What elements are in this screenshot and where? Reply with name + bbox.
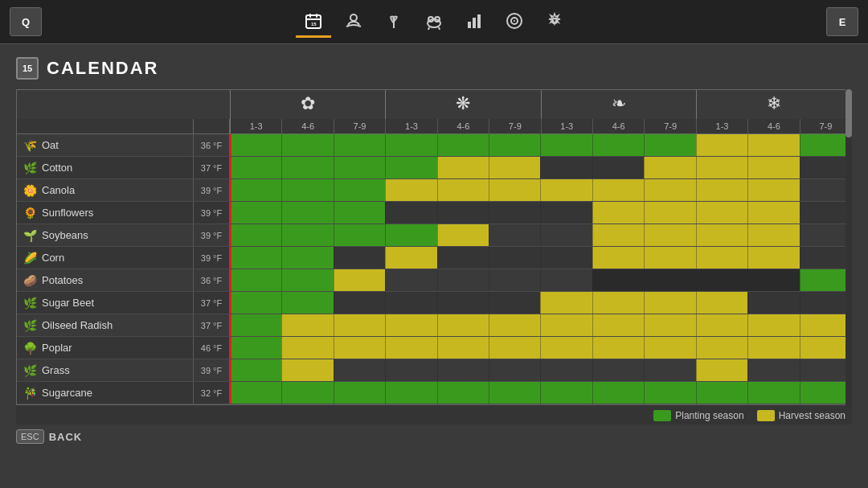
bar-seg-9-0 [230,337,281,359]
crop-row-corn: 🌽Corn39 °F [17,247,851,269]
bar-seg-4-1 [281,224,333,246]
crop-icon-2: 🌼 [23,184,37,197]
main-content: 15 CALENDAR ✿ ❋ ❧ [0,44,868,452]
crop-icon-3: 🌻 [23,207,37,219]
bar-seg-2-2 [334,179,385,201]
current-month-indicator [230,269,231,291]
current-month-indicator [230,202,231,223]
nav-weather-tab[interactable] [336,6,371,38]
bar-seg-6-6 [540,269,592,291]
nav-missions-tab[interactable] [497,6,532,38]
crop-bar-area-9 [230,337,851,359]
svg-rect-2 [316,14,317,18]
season-autumn: ❧ [541,90,696,119]
bar-seg-11-8 [644,382,695,404]
bar-seg-5-11 [800,247,851,269]
crop-name-10: 🌿Grass [17,359,194,381]
bar-seg-3-6 [540,202,592,223]
bar-seg-4-10 [747,224,799,246]
svg-point-17 [514,20,515,22]
bar-seg-11-10 [747,382,799,404]
bar-seg-2-8 [644,179,695,201]
svg-line-11 [439,27,440,30]
crop-name-text-10: Grass [42,364,70,376]
back-label[interactable]: BACK [49,431,83,443]
nav-crops-tab[interactable] [376,6,411,38]
crop-row-grass: 🌿Grass39 °F [17,359,851,382]
bar-seg-8-11 [800,314,851,336]
q-button[interactable]: Q [10,7,42,36]
bar-seg-5-3 [385,247,436,269]
bar-seg-3-10 [747,202,799,223]
crop-name-9: 🌳Poplar [17,337,194,359]
month-cells: 1-3 4-6 7-9 1-3 4-6 7-9 1-3 4-6 7-9 1-3 … [230,119,851,133]
nav-settings-tab[interactable] [537,6,572,38]
bar-seg-7-11 [800,292,851,314]
bar-seg-3-5 [489,202,540,223]
bar-seg-3-8 [644,202,695,223]
bar-seg-6-3 [385,269,436,291]
bar-seg-2-11 [800,179,851,201]
bar-seg-3-11 [800,202,851,223]
bar-seg-1-7 [592,157,644,178]
bar-seg-9-3 [385,337,436,359]
bar-seg-10-4 [437,359,489,381]
bar-seg-1-11 [800,157,851,178]
crop-temp-3: 39 °F [194,202,230,223]
season-spring: ✿ [230,90,385,119]
month-6: 7-9 [489,119,540,133]
bar-seg-8-1 [281,314,333,336]
bar-seg-5-2 [334,247,385,269]
scrollbar-thumb[interactable] [845,89,852,137]
crop-name-text-6: Potatoes [42,274,83,286]
bar-seg-8-7 [592,314,644,336]
bar-seg-2-9 [696,179,747,201]
bar-seg-9-9 [696,337,747,359]
current-month-indicator [230,224,231,246]
bar-seg-1-9 [696,157,747,178]
crop-name-2: 🌼Canola [17,179,194,201]
crop-row-sugarcane: 🎋Sugarcane32 °F [17,382,851,404]
bar-seg-7-7 [592,292,644,314]
e-button[interactable]: E [826,7,858,36]
crop-name-text-9: Poplar [42,342,72,354]
crop-name-6: 🥔Potatoes [17,269,194,291]
bar-seg-10-11 [800,359,851,381]
planting-swatch [653,410,671,421]
month-5: 4-6 [437,119,489,133]
bar-seg-11-0 [230,382,281,404]
winter-icon: ❄ [767,93,781,114]
legend-harvest: Harvest season [757,410,845,421]
month-12: 7-9 [800,119,851,133]
bar-seg-9-4 [437,337,489,359]
crop-rows: 🌾Oat36 °F🌿Cotton37 °F🌼Canola39 °F🌻Sunflo… [17,134,851,404]
crop-name-text-4: Soybeans [42,229,88,241]
bar-seg-0-10 [747,134,799,156]
bar-seg-7-10 [747,292,799,314]
current-month-indicator [230,337,231,359]
bar-seg-9-7 [592,337,644,359]
crop-temp-5: 39 °F [194,247,230,269]
nav-calendar-tab[interactable]: 15 [296,6,331,38]
bar-seg-9-11 [800,337,851,359]
nav-stats-tab[interactable] [457,6,492,38]
bar-seg-7-3 [385,292,436,314]
month-2: 4-6 [281,119,333,133]
svg-rect-14 [477,14,481,28]
bar-seg-8-4 [437,314,489,336]
bar-seg-10-8 [644,359,695,381]
scrollbar-track[interactable] [845,89,852,405]
crop-icon-6: 🥔 [23,274,37,287]
bar-seg-5-9 [696,247,747,269]
current-month-indicator [230,292,231,314]
bar-seg-9-2 [334,337,385,359]
crop-bar-area-4 [230,224,851,246]
svg-rect-1 [309,14,311,18]
nav-animals-tab[interactable] [416,6,452,38]
bar-seg-1-6 [540,157,592,178]
crop-temp-10: 39 °F [194,359,230,381]
bar-seg-4-6 [540,224,592,246]
bar-seg-1-2 [334,157,385,178]
harvest-swatch [757,410,775,421]
bar-seg-4-11 [800,224,851,246]
